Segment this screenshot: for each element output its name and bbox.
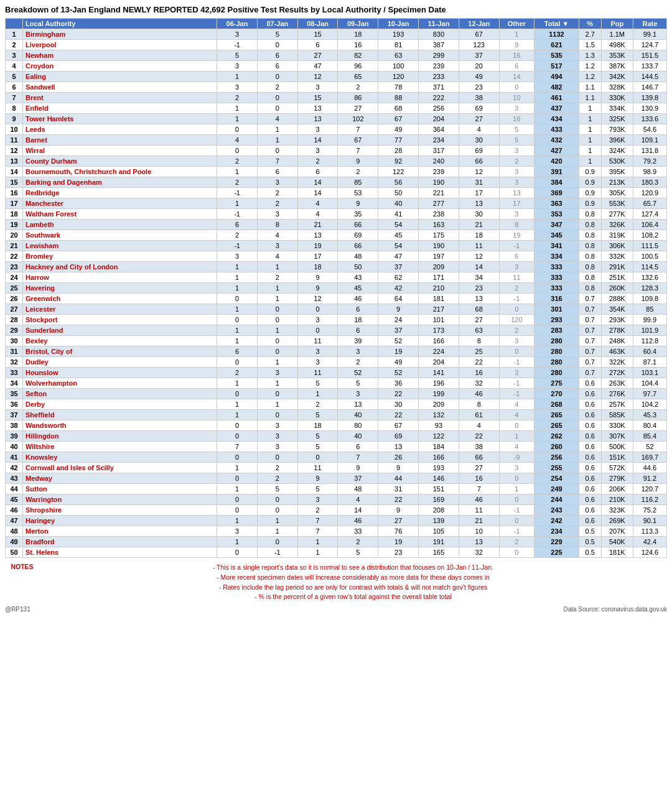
table-row: 50St. Helens0-115231653202250.5181K124.6 [6, 547, 667, 558]
notes-section: NOTES - This is a single report's data s… [5, 562, 667, 603]
cell-value: 11 [459, 241, 499, 251]
cell-pct: 0.8 [579, 230, 601, 241]
cell-value: 21 [459, 516, 499, 526]
cell-pct: 1 [579, 135, 601, 146]
cell-total: 420 [534, 156, 579, 167]
cell-value: 6 [499, 251, 534, 262]
cell-rank: 10 [6, 124, 23, 135]
cell-value: 3 [499, 177, 534, 188]
cell-value: 2 [338, 82, 378, 93]
cell-rank: 30 [6, 336, 23, 346]
cell-value: 40 [338, 410, 378, 420]
cell-value: 196 [419, 378, 459, 389]
cell-value: 0 [217, 473, 258, 484]
cell-pct: 2.7 [579, 29, 601, 40]
cell-value: 16 [499, 50, 534, 61]
cell-value: 0 [297, 304, 338, 315]
cell-total: 384 [534, 177, 579, 188]
cell-value: 1 [297, 537, 338, 547]
cell-value: 9 [338, 156, 378, 167]
cell-value: 53 [338, 188, 378, 198]
cell-value: 3 [257, 420, 297, 431]
cell-pct: 1.3 [579, 50, 601, 61]
table-row: 8Enfield101327682566934371334K130.9 [6, 103, 667, 114]
cell-authority-name: Havering [23, 283, 217, 294]
cell-rank: 28 [6, 315, 23, 325]
cell-pop: 1.1M [601, 29, 633, 40]
cell-value: 9 [378, 505, 419, 516]
cell-value: 0 [499, 420, 534, 431]
cell-value: -1 [499, 241, 534, 251]
cell-rate: 130.9 [633, 103, 666, 114]
cell-authority-name: Hounslow [23, 368, 217, 378]
cell-pct: 1.1 [579, 82, 601, 93]
cell-pop: 325K [601, 114, 633, 124]
cell-value: 39 [338, 336, 378, 346]
cell-pct: 0.6 [579, 389, 601, 399]
cell-value: 5 [257, 484, 297, 494]
cell-total: 353 [534, 209, 579, 220]
cell-value: 80 [338, 420, 378, 431]
cell-value: 1 [217, 283, 258, 294]
cell-value: 4 [257, 230, 297, 241]
table-row: 4Croydon3647961002392065171.2387K133.7 [6, 61, 667, 72]
cell-value: 3 [338, 389, 378, 399]
cell-rank: 12 [6, 146, 23, 156]
table-row: 34Wolverhampton11553619632-12750.6263K10… [6, 378, 667, 389]
cell-authority-name: Waltham Forest [23, 209, 217, 220]
cell-value: -1 [217, 40, 258, 50]
cell-value: 18 [338, 29, 378, 40]
cell-value: 4 [459, 420, 499, 431]
cell-value: 45 [378, 230, 419, 241]
col-rate: Rate [633, 19, 666, 29]
cell-value: 191 [419, 537, 459, 547]
cell-pct: 0.6 [579, 399, 601, 410]
cell-value: 16 [459, 473, 499, 484]
cell-rank: 7 [6, 93, 23, 103]
cell-value: 3 [499, 209, 534, 220]
cell-value: 11 [499, 272, 534, 283]
cell-total: 437 [534, 103, 579, 114]
cell-pct: 0.5 [579, 537, 601, 547]
cell-total: 225 [534, 547, 579, 558]
cell-value: 0 [499, 516, 534, 526]
cell-value: 2 [217, 93, 258, 103]
cell-pct: 0.8 [579, 262, 601, 272]
col-11jan: 11-Jan [419, 19, 459, 29]
cell-value: 7 [297, 516, 338, 526]
cell-value: 6 [257, 167, 297, 177]
cell-value: 204 [419, 357, 459, 368]
cell-rate: 114.5 [633, 262, 666, 272]
cell-value: 1 [217, 463, 258, 473]
cell-value: 0 [217, 420, 258, 431]
cell-value: 1 [217, 484, 258, 494]
cell-pop: 319K [601, 230, 633, 241]
cell-value: 21 [297, 220, 338, 230]
cell-value: 24 [378, 315, 419, 325]
cell-authority-name: Harrow [23, 272, 217, 283]
cell-value: 387 [419, 40, 459, 50]
cell-value: 0 [257, 537, 297, 547]
table-row: 43Medway02937441461602540.6279K91.2 [6, 473, 667, 484]
cell-value: 1 [297, 389, 338, 399]
cell-value: 16 [338, 40, 378, 50]
cell-total: 535 [534, 50, 579, 61]
cell-value: 0 [257, 146, 297, 156]
cell-value: 26 [378, 452, 419, 463]
table-row: 32Dudley01324920422-12800.7322K87.1 [6, 357, 667, 368]
cell-value: 1 [217, 103, 258, 114]
cell-rank: 38 [6, 420, 23, 431]
table-row: 9Tower Hamlets14131026720427164341325K13… [6, 114, 667, 124]
cell-value: 0 [257, 410, 297, 420]
cell-value: 0 [217, 494, 258, 505]
cell-value: -1 [499, 389, 534, 399]
table-row: 33Hounslow231152521411632800.7272K103.1 [6, 368, 667, 378]
table-row: 7Brent2015868822238104611.1330K139.8 [6, 93, 667, 103]
cell-pop: 257K [601, 399, 633, 410]
table-row: 47Haringey11746271392102420.6269K90.1 [6, 516, 667, 526]
cell-rate: 87.1 [633, 357, 666, 368]
cell-value: 120 [499, 315, 534, 325]
cell-rank: 43 [6, 473, 23, 484]
cell-pop: 276K [601, 389, 633, 399]
cell-value: 48 [338, 251, 378, 262]
